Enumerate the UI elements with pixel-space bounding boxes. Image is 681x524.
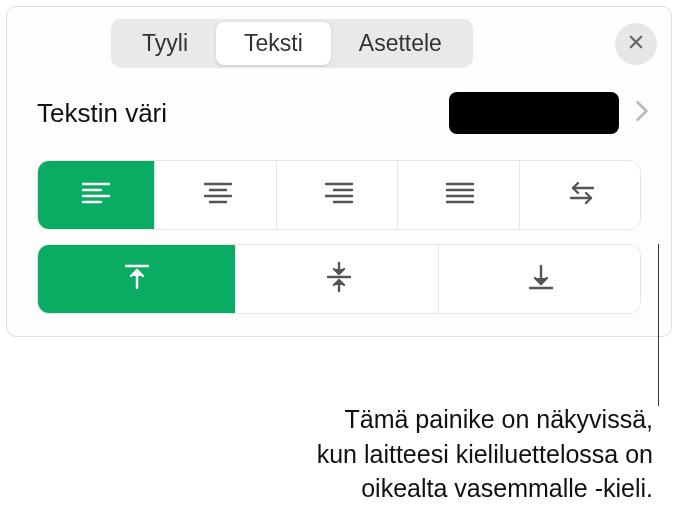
vertical-align-row xyxy=(37,244,641,314)
text-color-label: Tekstin väri xyxy=(37,98,437,129)
tabbar: Tyyli Teksti Asettele xyxy=(111,19,473,68)
align-justify-icon xyxy=(443,176,477,214)
formatting-panel: Tyyli Teksti Asettele Tekstin väri xyxy=(6,6,672,337)
text-direction-button[interactable] xyxy=(524,161,640,229)
valign-top-button[interactable] xyxy=(38,245,236,313)
valign-middle-button[interactable] xyxy=(240,245,438,313)
chevron-right-icon xyxy=(635,100,649,126)
align-right-button[interactable] xyxy=(281,161,398,229)
tab-layout[interactable]: Asettele xyxy=(331,22,470,65)
valign-bottom-icon xyxy=(524,260,558,298)
align-center-button[interactable] xyxy=(159,161,276,229)
callout-line-3: oikealta vasemmalle -kieli. xyxy=(223,471,653,506)
callout-line-1: Tämä painike on näkyvissä, xyxy=(223,402,653,437)
valign-bottom-button[interactable] xyxy=(443,245,640,313)
alignment-group xyxy=(7,148,671,336)
callout-line-2: kun laitteesi kieliluettelossa on xyxy=(223,437,653,472)
tab-style[interactable]: Tyyli xyxy=(114,22,216,65)
text-color-more[interactable] xyxy=(631,100,653,126)
align-justify-button[interactable] xyxy=(402,161,519,229)
panel-header: Tyyli Teksti Asettele xyxy=(7,7,671,78)
align-left-icon xyxy=(79,176,113,214)
close-button[interactable] xyxy=(615,23,657,65)
callout-leader-line xyxy=(658,244,659,406)
align-left-button[interactable] xyxy=(38,161,155,229)
text-color-swatch[interactable] xyxy=(449,92,619,134)
align-center-icon xyxy=(201,176,235,214)
tab-text[interactable]: Teksti xyxy=(216,22,331,65)
align-right-icon xyxy=(322,176,356,214)
horizontal-align-row xyxy=(37,160,641,230)
valign-middle-icon xyxy=(322,260,356,298)
valign-top-icon xyxy=(120,260,154,298)
callout-text: Tämä painike on näkyvissä, kun laitteesi… xyxy=(223,402,653,506)
text-direction-icon xyxy=(565,176,599,214)
text-color-row: Tekstin väri xyxy=(7,78,671,148)
close-icon xyxy=(627,33,645,55)
